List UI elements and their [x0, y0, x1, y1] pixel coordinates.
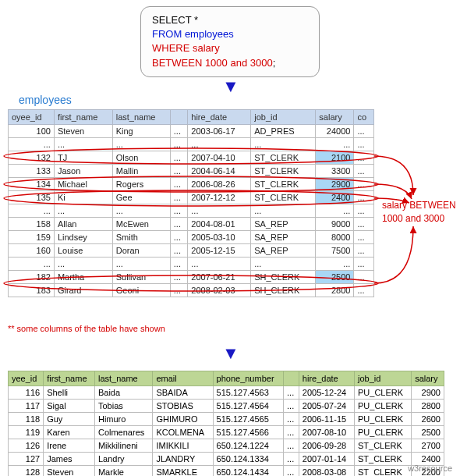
col-hire-date: hire_date [188, 110, 251, 125]
employees-label: employees [19, 94, 72, 106]
sql-select: SELECT * [152, 14, 198, 26]
between-line1: salary BETWEEN [382, 200, 456, 211]
rcol-job-id: job_id [355, 371, 412, 386]
table-row: 159LindseySmith...2005-03-10SA_REP8000..… [9, 231, 374, 244]
sql-from: FROM employees [152, 28, 234, 40]
arrow-down-icon: ▼ [222, 343, 239, 364]
table-row: 100StevenKing...2003-06-17AD_PRES24000..… [9, 125, 374, 138]
col-cut: co [354, 110, 374, 125]
table-row: 127JamesLandryJLANDRY650.124.1334...2007… [9, 453, 444, 466]
sql-statement: SELECT * FROM employees WHERE salary BET… [140, 6, 320, 77]
col-job-id: job_id [251, 110, 316, 125]
rcol-hire-date: hire_date [299, 371, 354, 386]
table-row: ........................ [9, 138, 374, 151]
table-row: 126IreneMikkilineniIMIKKILI650.124.1224.… [9, 439, 444, 453]
sql-between: BETWEEN 1000 and 3000 [152, 57, 273, 69]
col-salary: salary [316, 110, 354, 125]
table-row: 119KarenColmenaresKCOLMENA515.127.4566..… [9, 426, 444, 439]
rcol-email: email [153, 371, 213, 386]
table-row: ........................ [9, 204, 374, 218]
rcol-first-name: first_name [44, 371, 95, 386]
table-row: 117SigalTobiasSTOBIAS515.127.4564...2005… [9, 400, 444, 413]
col-employee-id: oyee_id [9, 110, 55, 125]
rcol-phone: phone_number [213, 371, 284, 386]
table-row: 133JasonMallin...2004-06-14ST_CLERK3300.… [9, 165, 374, 178]
table-row: 116ShelliBaidaSBAIDA515.127.4563...2005-… [9, 386, 444, 400]
table-row: 134MichaelRogers...2006-08-26ST_CLERK290… [9, 178, 374, 191]
col-first-name: first_name [54, 110, 112, 125]
sql-semicolon: ; [273, 57, 276, 69]
columns-note: ** some columns of the table have shown [8, 324, 165, 333]
table-row: 160LouiseDoran...2005-12-15SA_REP7500... [9, 244, 374, 258]
watermark: w3resource [408, 464, 452, 473]
table-row: 182MarthaSullivan...2007-06-21SH_CLERK25… [9, 271, 374, 284]
table-row: ........................ [9, 258, 374, 271]
between-annotation: salary BETWEEN 1000 and 3000 [382, 199, 456, 226]
rcol-salary: salary [412, 371, 444, 386]
arrow-down-icon: ▼ [222, 76, 239, 97]
table-row: 135KiGee...2007-12-12ST_CLERK2400... [9, 191, 374, 204]
table-row: 132TJOlson...2007-04-10ST_CLERK2100... [9, 151, 374, 165]
col-last-name: last_name [112, 110, 170, 125]
col-gap1 [170, 110, 188, 125]
table-row: 128StevenMarkleSMARKLE650.124.1434...200… [9, 466, 444, 477]
rcol-gap [284, 371, 299, 386]
rcol-last-name: last_name [94, 371, 152, 386]
table-row: 183GirardGeoni...2008-02-03SH_CLERK2800.… [9, 284, 374, 297]
result-table: yee_id first_name last_name email phone_… [8, 371, 444, 476]
rcol-id: yee_id [9, 371, 44, 386]
between-line2: 1000 and 3000 [382, 213, 444, 224]
sql-where: WHERE salary [152, 42, 220, 54]
table-row: 118GuyHimuroGHIMURO515.127.4565...2006-1… [9, 413, 444, 426]
employees-table: oyee_id first_name last_name hire_date j… [8, 109, 374, 297]
table-row: 158AllanMcEwen...2004-08-01SA_REP9000... [9, 218, 374, 231]
